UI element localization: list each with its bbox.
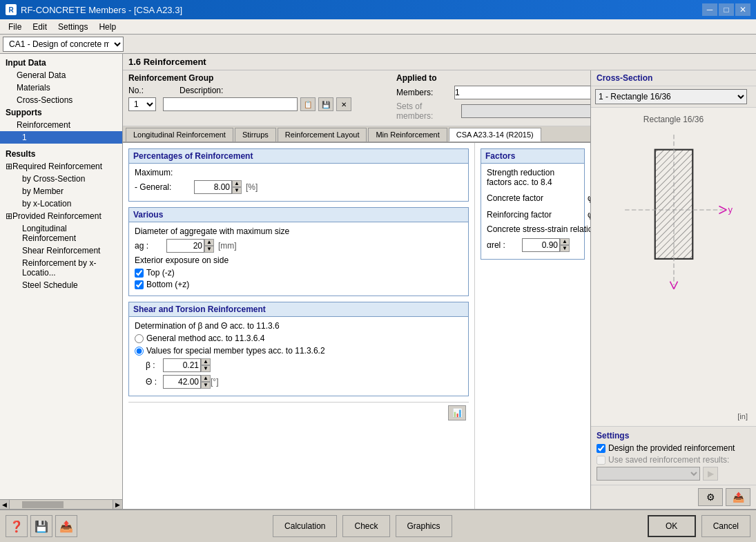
cancel-button[interactable]: Cancel xyxy=(701,515,750,537)
tab-min-reinf[interactable]: Min Reinforcement xyxy=(368,128,447,142)
general-method-radio[interactable] xyxy=(135,334,144,343)
diameter-row: Diameter of aggregate with maximum size xyxy=(135,226,463,236)
special-member-radio[interactable] xyxy=(135,347,144,356)
cs-btn1[interactable]: ⚙ xyxy=(698,488,723,506)
cs-select[interactable]: 1 - Rectangle 16/36 xyxy=(595,89,747,104)
desc-label: Description: xyxy=(180,86,235,95)
ag-input[interactable] xyxy=(166,239,204,253)
members-row: Members: 📋 ✕ 📋 All xyxy=(396,86,590,99)
cs-btn2[interactable]: 📤 xyxy=(726,488,750,506)
ok-button[interactable]: OK xyxy=(648,515,696,537)
menu-file[interactable]: File xyxy=(3,21,27,33)
tab-reinf-layout[interactable]: Reinforcement Layout xyxy=(278,128,367,142)
general-spin-up[interactable]: ▲ xyxy=(232,180,242,187)
left-tab-panel: Percentages of Reinforcement Maximum: - … xyxy=(123,143,475,509)
tab-stirrups[interactable]: Stirrups xyxy=(235,128,276,142)
minimize-button[interactable]: ─ xyxy=(702,3,717,16)
rg-btn3[interactable]: ✕ xyxy=(336,97,351,111)
bottom-center-btns: Calculation Check Graphics xyxy=(273,515,452,537)
beta-input[interactable] xyxy=(163,358,201,372)
theta-row: Θ : ▲ ▼ [°] xyxy=(135,375,463,389)
tree-required-reinf[interactable]: ⊞ Required Reinforcement xyxy=(0,160,122,173)
rg-no-select[interactable]: 1 xyxy=(128,97,156,111)
bottom-toolbar: ❓ 💾 📤 Calculation Check Graphics OK Canc… xyxy=(0,509,756,542)
top-label: Top (-z) xyxy=(146,268,175,278)
theta-spin-down[interactable]: ▼ xyxy=(201,382,211,389)
tree-provided-reinf[interactable]: ⊞ Provided Reinforcement xyxy=(0,210,122,222)
tree-shear-reinf[interactable]: Shear Reinforcement xyxy=(0,244,122,257)
saved-checkbox xyxy=(597,456,605,465)
design-checkbox[interactable] xyxy=(597,444,605,453)
rg-btn1[interactable]: 📋 xyxy=(300,97,316,111)
tab-csa[interactable]: CSA A23.3-14 (R2015) xyxy=(449,128,541,142)
beta-spin-up[interactable]: ▲ xyxy=(201,358,211,365)
alpha-rel-spin-down[interactable]: ▼ xyxy=(560,245,570,252)
bottom-checkbox[interactable] xyxy=(135,280,144,289)
members-label: Members: xyxy=(396,88,452,97)
rg-desc-input[interactable] xyxy=(163,97,298,111)
title-bar: R RF-CONCRETE Members - [CSA A23.3] ─ □ … xyxy=(0,0,756,19)
tool-btn1[interactable]: ❓ xyxy=(6,515,28,537)
reinforcing-factor-label: Reinforcing factor xyxy=(487,210,583,220)
tree-materials[interactable]: Materials xyxy=(0,81,122,94)
module-select[interactable]: CA1 - Design of concrete memb xyxy=(3,37,124,52)
tree-long-reinf[interactable]: Longitudinal Reinforcement xyxy=(0,222,122,244)
left-panel-footer: 📊 xyxy=(128,402,469,423)
tool-btn2[interactable]: 💾 xyxy=(30,515,52,537)
check-button[interactable]: Check xyxy=(342,515,389,537)
tree-general-data[interactable]: General Data xyxy=(0,69,122,81)
tool-btn3[interactable]: 📤 xyxy=(55,515,77,537)
left-footer-btn[interactable]: 📊 xyxy=(448,405,466,420)
ag-spin-down[interactable]: ▼ xyxy=(204,246,214,253)
percentages-header: Percentages of Reinforcement xyxy=(129,149,468,164)
tree-reinforcement[interactable]: Reinforcement xyxy=(0,119,122,131)
menu-edit[interactable]: Edit xyxy=(27,21,52,33)
exterior-label: Exterior exposure on side xyxy=(135,255,229,265)
svg-line-5 xyxy=(719,210,726,213)
theta-input[interactable] xyxy=(163,375,201,389)
scroll-right-btn[interactable]: ▶ xyxy=(113,500,122,510)
scroll-left-btn[interactable]: ◀ xyxy=(0,500,10,510)
diameter-label: Diameter of aggregate with maximum size xyxy=(135,226,289,236)
general-input[interactable] xyxy=(194,180,232,194)
alpha-rel-spin-btns: ▲ ▼ xyxy=(560,238,570,252)
shear-section: Shear and Torsion Reinforcement Determin… xyxy=(128,302,469,396)
ag-spin-up[interactable]: ▲ xyxy=(204,239,214,246)
tree-reinf-x-loc[interactable]: Reinforcement by x-Locatio... xyxy=(0,257,122,279)
tree-cross-sections[interactable]: Cross-Sections xyxy=(0,94,122,106)
rg-btn2[interactable]: 💾 xyxy=(318,97,333,111)
stress-strain-row: Concrete stress-strain relationship fact… xyxy=(487,224,579,252)
top-check-row: Top (-z) xyxy=(135,268,463,278)
tree-by-cross-section[interactable]: by Cross-Section xyxy=(0,173,122,185)
cs-bottom-btns: ⚙ 📤 xyxy=(591,485,756,509)
beta-spin-down[interactable]: ▼ xyxy=(201,365,211,372)
general-spin-down[interactable]: ▼ xyxy=(232,187,242,194)
tree-by-x-location[interactable]: by x-Location xyxy=(0,197,122,210)
tree-by-member[interactable]: by Member xyxy=(0,185,122,197)
tree-supports[interactable]: Supports xyxy=(0,106,122,119)
ag-spin: ▲ ▼ xyxy=(166,239,214,253)
graphics-button[interactable]: Graphics xyxy=(396,515,452,537)
concrete-factor-row: Concrete factor φc : ▲ ▼ xyxy=(487,191,579,205)
saved-label: Use saved reinforcement results: xyxy=(608,455,729,465)
stress-strain-label: Concrete stress-strain relationship fact… xyxy=(487,224,590,234)
scrollbar-thumb[interactable] xyxy=(22,501,64,508)
tree-reinf-1[interactable]: 1 xyxy=(0,131,122,144)
menu-bar: File Edit Settings Help xyxy=(0,19,756,35)
calculation-button[interactable]: Calculation xyxy=(273,515,337,537)
members-input[interactable] xyxy=(454,86,590,99)
top-fields-row: Reinforcement Group No.: Description: 1 xyxy=(123,70,590,126)
alpha-rel-input[interactable] xyxy=(522,238,560,252)
bottom-check-row: Bottom (+z) xyxy=(135,280,463,289)
main-container: CA1 - Design of concrete memb Input Data… xyxy=(0,35,756,542)
tree-steel-schedule[interactable]: Steel Schedule xyxy=(0,279,122,291)
close-button[interactable]: ✕ xyxy=(735,3,750,16)
maximize-button[interactable]: □ xyxy=(719,3,734,16)
alpha-rel-spin-up[interactable]: ▲ xyxy=(560,238,570,245)
tree-scrollbar: ◀ ▶ xyxy=(0,499,122,509)
menu-help[interactable]: Help xyxy=(93,21,122,33)
top-checkbox[interactable] xyxy=(135,269,144,278)
theta-spin-up[interactable]: ▲ xyxy=(201,375,211,382)
menu-settings[interactable]: Settings xyxy=(52,21,93,33)
tab-long-reinf[interactable]: Longitudinal Reinforcement xyxy=(126,128,233,142)
